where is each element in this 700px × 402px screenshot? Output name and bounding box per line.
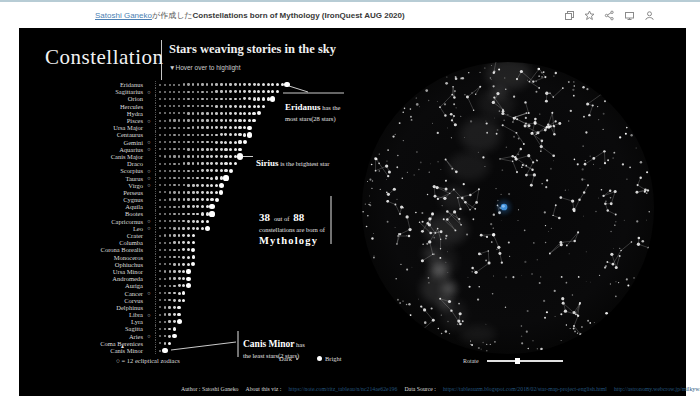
sort-marker: ▲	[120, 344, 125, 349]
constellation-row[interactable]: Hercules	[33, 103, 289, 110]
constellation-row[interactable]: Aquarius○	[33, 146, 289, 153]
constellation-row[interactable]: Bootes	[33, 210, 289, 217]
constellation-label: Capricornus	[33, 218, 143, 225]
favorite-star-icon[interactable]	[584, 10, 595, 21]
constellation-row[interactable]: Crater	[33, 232, 289, 239]
star-dot	[159, 328, 161, 330]
star-dot	[201, 227, 204, 230]
star-dot-strip	[155, 146, 242, 153]
constellation-row[interactable]: Libra○	[33, 311, 289, 318]
footer-about-link[interactable]: https://note.com/ritz_tableau/n/nc214ae6…	[288, 386, 397, 392]
constellation-row[interactable]: Cygnus	[33, 196, 289, 203]
constellation-row[interactable]: Lyra	[33, 318, 289, 325]
star-dot	[238, 126, 241, 129]
display-icon[interactable]	[624, 10, 635, 21]
constellation-row[interactable]: Hydra	[33, 110, 289, 117]
star-dot	[201, 198, 204, 201]
selected-star-marker[interactable]	[497, 200, 511, 214]
constellation-row[interactable]: Ursa Major	[33, 124, 289, 131]
star-dot	[173, 249, 176, 252]
viz-title: Satoshi Ganekoが作成したConstellations born o…	[95, 10, 405, 21]
constellation-row[interactable]: Auriga	[33, 282, 289, 289]
star-dot	[178, 206, 180, 208]
star-dot	[169, 163, 171, 165]
footer-source-link2[interactable]: http://astronomy.webcrow.jp/milkyway/	[614, 386, 700, 392]
star-dot	[234, 112, 237, 115]
constellation-row[interactable]: Leo○	[33, 225, 289, 232]
star-dot	[173, 277, 176, 280]
star-dot	[192, 148, 195, 151]
constellation-row[interactable]: Gemini○	[33, 139, 289, 146]
star-dot	[229, 105, 232, 108]
star-dot-strip	[155, 282, 191, 289]
star-dot	[206, 148, 209, 151]
star-dot	[187, 91, 189, 93]
star-dot	[220, 169, 223, 172]
constellation-row[interactable]: Canis Major	[33, 153, 289, 160]
star-dot	[206, 105, 209, 108]
constellation-label: Coma Berenices	[33, 340, 143, 347]
constellation-row[interactable]: Capricornus○	[33, 218, 289, 225]
constellation-row[interactable]: Scorpius○	[33, 167, 289, 174]
constellation-row[interactable]: Orion	[33, 95, 289, 102]
constellation-row[interactable]: Andromeda	[33, 275, 289, 282]
footer-source-link[interactable]: https://tableauzm.blogspot.com/2018/02/s…	[443, 386, 607, 392]
star-dot	[234, 98, 237, 101]
constellation-row[interactable]: Ursa Minor	[33, 268, 289, 275]
star-dot	[201, 141, 204, 144]
profile-icon[interactable]	[644, 10, 655, 21]
star-dot	[192, 234, 195, 237]
share-icon[interactable]	[604, 10, 615, 21]
constellation-row[interactable]: Corona Borealis	[33, 246, 289, 253]
rotate-slider-handle[interactable]	[515, 358, 520, 364]
constellation-row[interactable]: Sagittarius○	[33, 88, 289, 95]
star-dot	[225, 83, 228, 86]
constellation-row[interactable]: Monoceros	[33, 254, 289, 261]
star-dot	[159, 285, 161, 287]
star-dot	[164, 242, 166, 244]
star-dot	[178, 184, 180, 186]
duplicate-icon[interactable]	[564, 10, 575, 21]
constellation-row[interactable]: Columba	[33, 239, 289, 246]
star-dot	[173, 98, 175, 100]
constellation-row[interactable]: Perseus	[33, 189, 289, 196]
count-out-of: out of	[274, 215, 289, 222]
constellation-row[interactable]: Taurus○	[33, 174, 289, 181]
star-dot	[220, 162, 223, 165]
constellation-row[interactable]: Corvus	[33, 297, 289, 304]
star-dot	[270, 96, 275, 101]
star-dot	[164, 170, 166, 172]
star-dot	[164, 220, 166, 222]
constellation-row[interactable]: Draco	[33, 160, 289, 167]
star-dot	[182, 256, 185, 259]
star-dot	[220, 155, 223, 158]
star-dot	[168, 335, 171, 338]
constellation-row[interactable]: Pisces○	[33, 117, 289, 124]
star-dot	[192, 126, 194, 128]
star-dot	[206, 169, 209, 172]
creator-link[interactable]: Satoshi Ganeko	[95, 11, 152, 20]
star-dot	[215, 134, 218, 137]
star-dot	[192, 105, 194, 107]
star-dot-strip	[155, 124, 252, 131]
constellation-row[interactable]: Cancer○	[33, 289, 289, 296]
constellation-row[interactable]: Delphinus	[33, 304, 289, 311]
star-dot	[173, 320, 176, 323]
star-dot	[197, 119, 200, 122]
dark-label: Dark	[279, 355, 292, 362]
star-dot	[206, 220, 209, 223]
star-dot	[183, 170, 185, 172]
star-dot	[173, 112, 175, 114]
celestial-sphere[interactable]	[360, 60, 656, 356]
rotate-slider-track[interactable]	[487, 360, 563, 362]
star-dot	[173, 263, 176, 266]
star-dot	[173, 292, 176, 295]
star-dot	[220, 83, 223, 86]
star-dot	[219, 190, 223, 194]
star-dot	[183, 198, 186, 201]
constellation-row[interactable]: Aquila	[33, 203, 289, 210]
constellation-row[interactable]: Eridanus	[33, 81, 289, 88]
constellation-row[interactable]: Centaurus	[33, 131, 289, 138]
constellation-row[interactable]: Ophiuchus	[33, 261, 289, 268]
constellation-row[interactable]: Virgo○	[33, 182, 289, 189]
